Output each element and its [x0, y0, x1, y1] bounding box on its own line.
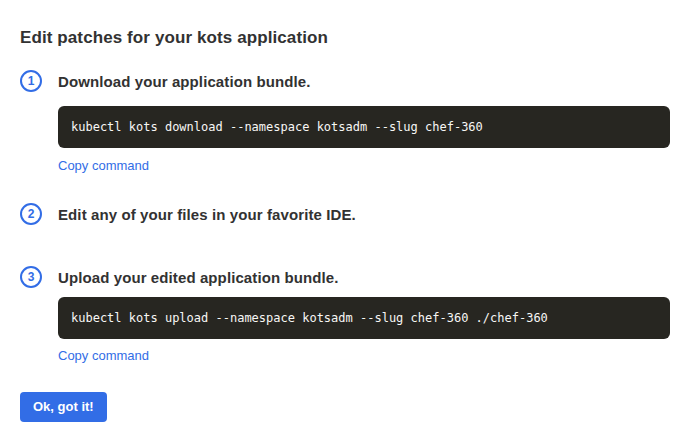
download-command-text: kubectl kots download --namespace kotsad…	[71, 120, 483, 134]
step-2-badge: 2	[20, 203, 42, 225]
copy-upload-command-link[interactable]: Copy command	[58, 348, 149, 363]
step-3-badge: 3	[20, 266, 42, 288]
download-command-snippet: kubectl kots download --namespace kotsad…	[58, 106, 670, 148]
step-1-heading: Download your application bundle.	[58, 73, 310, 90]
step-1-badge: 1	[20, 70, 42, 92]
page-title: Edit patches for your kots application	[20, 28, 328, 48]
step-3-heading: Upload your edited application bundle.	[58, 269, 338, 286]
step-2-row: 2 Edit any of your files in your favorit…	[20, 203, 356, 225]
step-2-heading: Edit any of your files in your favorite …	[58, 206, 356, 223]
ok-got-it-button[interactable]: Ok, got it!	[20, 392, 107, 422]
edit-patches-modal: Edit patches for your kots application 1…	[0, 0, 690, 443]
upload-command-snippet: kubectl kots upload --namespace kotsadm …	[58, 297, 670, 339]
copy-download-command-link[interactable]: Copy command	[58, 158, 149, 173]
step-1-row: 1 Download your application bundle.	[20, 70, 310, 92]
upload-command-text: kubectl kots upload --namespace kotsadm …	[71, 311, 548, 325]
step-3-row: 3 Upload your edited application bundle.	[20, 266, 338, 288]
